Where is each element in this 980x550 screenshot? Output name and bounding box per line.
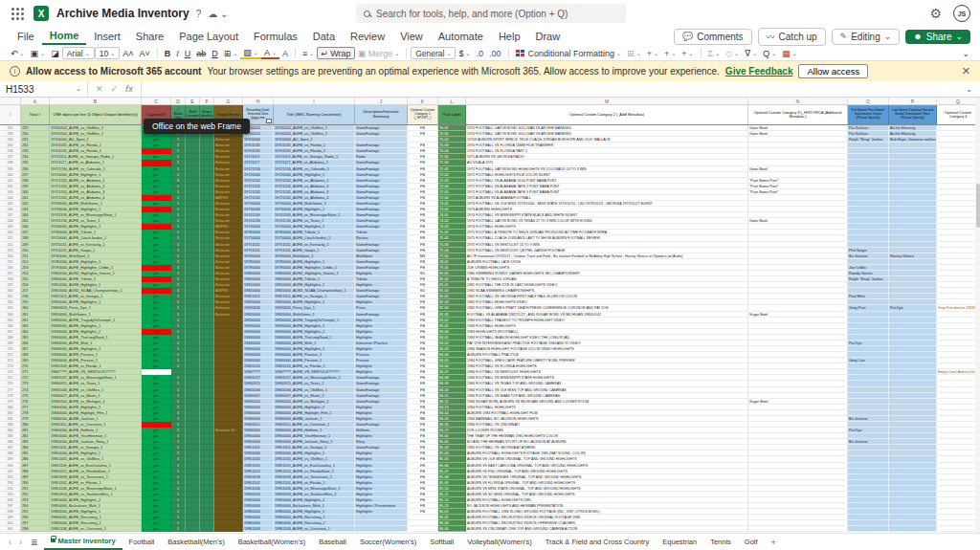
- column-letter-b[interactable]: B: [50, 98, 142, 104]
- editing-mode-button[interactable]: ✎Editing⌄: [832, 29, 901, 45]
- filter-dropdown-icon[interactable]: ⌄: [266, 119, 272, 123]
- formula-input[interactable]: [142, 81, 958, 97]
- scrollbar-thumb[interactable]: [976, 184, 980, 228]
- font-name-select[interactable]: Arial⌄: [62, 47, 95, 59]
- column-header-l[interactable]: Past Label: [438, 105, 466, 124]
- column-header-p[interactable]: Last Name/ Optional Second Name/ Intervi…: [889, 105, 937, 124]
- row-number[interactable]: 1: [0, 105, 21, 124]
- vertical-scrollbar[interactable]: [975, 98, 980, 533]
- name-box[interactable]: H1533⌄: [0, 81, 88, 97]
- sort-filter-icon[interactable]: ∇⌄: [742, 49, 760, 58]
- sheet-tab-soccer-women-s-[interactable]: Soccer(Women's): [353, 536, 423, 549]
- column-letter-c[interactable]: C: [142, 98, 171, 104]
- insert-cells-icon[interactable]: +⌄: [644, 49, 661, 58]
- align-icon[interactable]: ≡⌄: [300, 49, 317, 58]
- menu-item-formulas[interactable]: Formulas: [246, 29, 305, 44]
- menu-item-review[interactable]: Review: [343, 29, 392, 44]
- menu-item-data[interactable]: Data: [305, 29, 343, 44]
- search-input[interactable]: Search for tools, help, and more (Option…: [356, 4, 626, 23]
- sheet-tab-track-field-and-cross-country[interactable]: Track & Field and Cross Country: [539, 536, 657, 549]
- settings-gear-icon[interactable]: ⚙: [929, 6, 942, 21]
- banner-close-icon[interactable]: ✕: [962, 65, 970, 77]
- cell-l-301[interactable]: 86-04: [438, 526, 466, 532]
- column-letter-f[interactable]: F: [200, 98, 214, 104]
- find-icon[interactable]: Q⌄: [760, 49, 779, 58]
- menu-item-automate[interactable]: Automate: [431, 29, 491, 44]
- menu-item-draw[interactable]: Draw: [528, 29, 568, 44]
- cell-m-301[interactable]: AUBURN VS CINCINNATI 1986 TOP AND GROUND…: [466, 526, 748, 532]
- allow-access-button[interactable]: Allow access: [798, 64, 868, 78]
- clear-icon[interactable]: ◇⌄: [723, 49, 742, 58]
- column-header-j[interactable]: Description/Interview Summary: [355, 105, 408, 124]
- currency-icon[interactable]: $⌄: [456, 49, 473, 58]
- cell-h-301[interactable]: 19861108: [243, 526, 274, 532]
- borders-icon[interactable]: ⊞⌄: [221, 49, 241, 58]
- column-letter-j[interactable]: J: [355, 98, 408, 104]
- cell-k-301[interactable]: [408, 526, 438, 532]
- format-as-table-icon[interactable]: ⊞⌄: [624, 49, 644, 58]
- formula-bar-expand-icon[interactable]: ⌄: [958, 81, 980, 97]
- column-letter-d[interactable]: D: [171, 98, 186, 104]
- menu-item-home[interactable]: Home: [42, 28, 87, 45]
- increase-decimal-icon[interactable]: .00: [486, 49, 504, 58]
- column-header-k[interactable]: Optional Custom Category 1 (_SPORT_): [408, 105, 438, 124]
- enter-icon[interactable]: ✓: [111, 84, 119, 94]
- undo-icon[interactable]: ↶⌄: [8, 49, 28, 58]
- select-all-corner[interactable]: [0, 98, 21, 104]
- column-letter-n[interactable]: N: [748, 98, 848, 104]
- column-header-q[interactable]: Optional Custom Category 4: [937, 105, 980, 124]
- sheet-tab-equestrian[interactable]: Equestrian: [656, 536, 703, 549]
- bold-button[interactable]: B: [162, 49, 174, 58]
- menu-item-file[interactable]: File: [10, 29, 42, 44]
- cell-f-301[interactable]: [200, 526, 214, 532]
- prev-sheet-icon[interactable]: ‹: [6, 538, 14, 547]
- wrap-button[interactable]: ↵ Wrap: [317, 47, 354, 59]
- cell-b-301[interactable]: 19861108_AUFB_vs_Cincinnati_1: [50, 526, 142, 532]
- column-header-b[interactable]: ONE object per line (1 Object Unique Ide…: [50, 105, 142, 124]
- cell-i-301[interactable]: 19861108_AUFB_vs_Cincinnati_1: [274, 526, 355, 532]
- number-format-select[interactable]: General⌄: [411, 47, 456, 59]
- double-underline-button[interactable]: D: [209, 49, 221, 58]
- column-letter-a[interactable]: A: [21, 98, 50, 104]
- column-header-m[interactable]: Optional Custom Category 2 (_Addl Metada…: [466, 105, 748, 124]
- column-header-o[interactable]: Full Name/ First Name/ Interviewee/ Gues…: [848, 105, 889, 124]
- cell-styles-icon[interactable]: ▦⌄: [779, 49, 800, 58]
- share-button[interactable]: ☻Share⌄: [905, 30, 970, 44]
- comments-button[interactable]: 💬Comments: [674, 29, 752, 45]
- column-letter-e[interactable]: E: [186, 98, 200, 104]
- cloud-saved-icon[interactable]: ☁ ⌄: [208, 9, 228, 19]
- format-cells-icon[interactable]: +⌄: [679, 49, 696, 58]
- decrease-font-icon[interactable]: A˅: [136, 49, 152, 58]
- font-size-select[interactable]: 10⌄: [95, 47, 121, 59]
- increase-font-icon[interactable]: A˄: [120, 49, 136, 58]
- more-font-icon[interactable]: A: [279, 49, 291, 58]
- column-letter-m[interactable]: M: [466, 98, 748, 104]
- menu-item-page-layout[interactable]: Page Layout: [171, 29, 246, 44]
- cell-p-301[interactable]: [889, 526, 937, 532]
- add-sheet-button[interactable]: +: [767, 538, 781, 547]
- document-title[interactable]: Archive Media Inventory: [56, 7, 189, 20]
- fill-color-icon[interactable]: ▧⌄: [240, 48, 261, 59]
- underline-button[interactable]: U: [182, 49, 194, 58]
- delete-cells-icon[interactable]: +⌄: [661, 49, 679, 58]
- sheet-tab-baseball[interactable]: Baseball: [312, 536, 353, 549]
- row-number[interactable]: 301: [0, 526, 21, 532]
- menu-item-view[interactable]: View: [392, 29, 431, 44]
- cancel-icon[interactable]: ✕: [96, 84, 103, 94]
- menu-item-insert[interactable]: Insert: [86, 29, 128, 44]
- column-header-a[interactable]: Total #: [21, 105, 50, 124]
- insert-function-icon[interactable]: fx: [125, 84, 133, 94]
- column-header-i[interactable]: Title (WEC Naming Convention): [274, 105, 355, 124]
- column-letter-i[interactable]: I: [274, 98, 355, 104]
- sheet-tab-softball[interactable]: Softball: [423, 536, 460, 549]
- cell-a-301[interactable]: 298: [21, 526, 50, 532]
- avatar[interactable]: JS: [953, 5, 970, 22]
- paste-icon[interactable]: ▣⌄: [28, 49, 49, 58]
- sheet-tab-basketball-women-s-[interactable]: Basketball(Women's): [232, 536, 313, 549]
- help-badge-icon[interactable]: ?: [196, 9, 202, 19]
- cell-j-301[interactable]: [355, 526, 408, 532]
- cell-g-301[interactable]: [214, 526, 243, 532]
- cell-d-301[interactable]: 1: [171, 526, 186, 532]
- autosum-icon[interactable]: Σ⌄: [705, 49, 724, 58]
- catch-up-button[interactable]: 〰Catch up: [758, 28, 826, 46]
